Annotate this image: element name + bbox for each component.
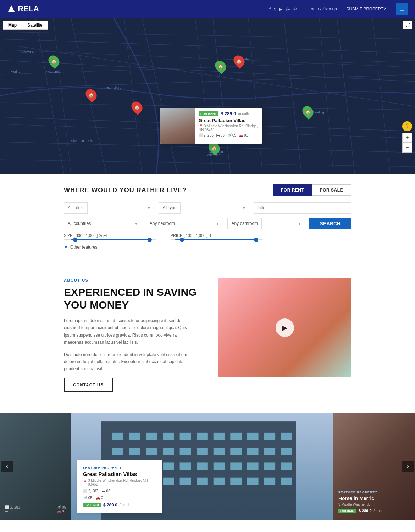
marker-4[interactable]: 🏠 xyxy=(86,89,96,101)
features-arrow-icon: ▼ xyxy=(64,245,68,250)
svg-rect-43 xyxy=(214,433,225,440)
about-left: ABOUT US EXPERIENCED IN SAVING YOU MONEY… xyxy=(64,278,197,392)
svg-rect-39 xyxy=(146,433,157,440)
menu-button[interactable]: ☰ xyxy=(396,3,408,15)
login-link[interactable]: Login / Sign up xyxy=(309,6,337,11)
logo: RELA xyxy=(7,4,39,13)
price-thumb-right[interactable] xyxy=(254,238,258,242)
map-controls: Map Satellite xyxy=(3,21,48,30)
bathroom-select[interactable]: Any bathroom xyxy=(227,218,262,229)
slider-prev-button[interactable]: ‹ xyxy=(1,461,13,472)
other-features[interactable]: ▼ Other features xyxy=(64,245,351,250)
fullscreen-button[interactable]: ⛶ xyxy=(403,21,412,29)
about-text-2: Duis aute irure dolor in reprehenderit i… xyxy=(64,351,197,373)
search-button[interactable]: SEARCH xyxy=(309,218,351,229)
about-right: ▶ xyxy=(218,278,351,377)
right-per-month: /month xyxy=(374,509,385,513)
main-feature-bottom: 🚿 05 🚗 01 xyxy=(83,496,157,500)
zoom-out-button[interactable]: − xyxy=(402,143,412,153)
price-range: PRICE [ 100 - 1,000 ] $ xyxy=(171,233,263,240)
bathroom-select-wrapper: Any bathroom xyxy=(227,218,304,229)
marker-1[interactable]: 🏠 xyxy=(49,55,59,67)
title-input[interactable] xyxy=(254,202,351,214)
search-row-1: All cities All type xyxy=(64,202,351,214)
svg-text:Reading: Reading xyxy=(312,111,324,114)
right-slide-content: FEATURE PROPERTY Home in Merric 3 Middle… xyxy=(338,491,384,513)
for-rent-button[interactable]: FOR RENT xyxy=(273,184,312,196)
popup-per-month: /month xyxy=(238,112,249,116)
price-track xyxy=(171,239,263,240)
about-label: ABOUT US xyxy=(64,278,197,282)
satellite-button[interactable]: Satellite xyxy=(22,21,48,30)
price-thumb-left[interactable] xyxy=(180,238,184,242)
popup-address: 📍 3 Middle Winchendon Rd, Rindge, NH 034… xyxy=(199,124,259,132)
size-thumb-left[interactable] xyxy=(73,238,77,242)
marker-6[interactable]: 🏠 xyxy=(209,142,219,154)
popup-price: $ 289.0 xyxy=(221,111,236,116)
svg-rect-44 xyxy=(230,433,242,440)
svg-rect-47 xyxy=(281,433,292,440)
svg-text:Belleville: Belleville xyxy=(21,50,34,54)
twitter-icon[interactable]: t xyxy=(274,6,276,12)
for-sale-button[interactable]: FOR SALE xyxy=(312,184,351,196)
contact-us-button[interactable]: CONTACT US xyxy=(64,378,113,392)
main-feature-label: FEATURE PROPERTY xyxy=(83,466,157,470)
rent-sale-buttons: FOR RENT FOR SALE xyxy=(273,184,351,196)
main-cars: 🚗 01 xyxy=(96,496,105,500)
right-price: $ 289.0 xyxy=(359,509,372,513)
price-label: PRICE [ 100 - 1,000 ] $ xyxy=(171,233,263,238)
zoom-in-button[interactable]: + xyxy=(402,133,412,143)
country-select[interactable]: All countries xyxy=(64,218,95,229)
right-badge: FOR RENT xyxy=(338,509,356,513)
city-select-wrapper: All cities xyxy=(64,202,154,214)
header-right: f t ▶ ◎ ✉ | Login / Sign up SUBMIT PROPE… xyxy=(269,3,408,15)
marker-3[interactable]: 🏠 xyxy=(216,60,226,72)
map-background: Academia Belleville Merino Harrisburg La… xyxy=(0,18,415,174)
slider-next-button[interactable]: › xyxy=(402,461,414,472)
main-badge: FOR RENT xyxy=(83,503,101,507)
svg-rect-38 xyxy=(129,433,140,440)
about-text-1: Lorem ipsum dolor sit amet, consectetur … xyxy=(64,317,197,346)
svg-rect-37 xyxy=(112,433,123,440)
right-feature-label: FEATURE PROPERTY xyxy=(338,491,384,494)
search-section: WHERE WOULD YOU RATHER LIVE? FOR RENT FO… xyxy=(0,174,415,257)
size-thumb-right[interactable] xyxy=(148,238,152,242)
header: RELA f t ▶ ◎ ✉ | Login / Sign up SUBMIT … xyxy=(0,0,415,18)
submit-property-button[interactable]: SUBMIT PROPERTY xyxy=(342,5,391,13)
marker-2[interactable]: 🏠 xyxy=(234,55,244,67)
map-button[interactable]: Map xyxy=(3,21,22,30)
facebook-icon[interactable]: f xyxy=(269,6,271,12)
pegman-button[interactable]: 🧍 xyxy=(402,121,412,131)
svg-rect-45 xyxy=(247,433,259,440)
play-button[interactable]: ▶ xyxy=(276,318,294,337)
instagram-icon[interactable]: ◎ xyxy=(286,6,290,12)
marker-7[interactable]: 🏠 xyxy=(303,106,313,118)
type-select[interactable]: All type xyxy=(159,202,181,214)
main-beds: 🛏 03 xyxy=(102,489,110,493)
main-size: ⬜ 2, 283 xyxy=(83,489,98,493)
marker-5[interactable]: 🏠 xyxy=(132,101,142,113)
bedroom-select-wrapper: Any bedroom xyxy=(146,218,223,229)
svg-text:Harrisburg: Harrisburg xyxy=(106,86,121,89)
svg-rect-41 xyxy=(180,433,191,440)
youtube-icon[interactable]: ▶ xyxy=(279,6,282,12)
main-baths: 🚿 05 xyxy=(83,496,92,500)
search-title: WHERE WOULD YOU RATHER LIVE? xyxy=(64,187,187,194)
zoom-controls: + − xyxy=(402,133,412,153)
size-track xyxy=(64,239,156,240)
city-select[interactable]: All cities xyxy=(64,202,88,214)
popup-beds: 🛏 03 xyxy=(216,133,225,137)
left-cars: 🚗 01 xyxy=(57,509,66,513)
popup-badge-price: FOR RENT $ 289.0 /month xyxy=(199,111,259,116)
svg-text:Shermans Dale: Shermans Dale xyxy=(71,139,93,143)
popup-title: Great Palladian Villas xyxy=(199,118,259,123)
left-stats: ⬜ 2, 283 🛏 03 xyxy=(5,505,20,513)
map-popup: FOR RENT $ 289.0 /month Great Palladian … xyxy=(160,108,262,144)
main-per-month: /month xyxy=(120,503,131,507)
main-price-row: FOR RENT $ 289.0 /month xyxy=(83,503,157,508)
main-slide-overlay: FEATURE PROPERTY Great Palladian Villas … xyxy=(71,454,333,520)
left-stats-right: 🚿 05 🚗 01 xyxy=(57,505,66,513)
size-range: SIZE [ 300 - 1,000 ] SqFt xyxy=(64,233,156,240)
email-icon[interactable]: ✉ xyxy=(293,6,297,12)
bedroom-select[interactable]: Any bedroom xyxy=(146,218,179,229)
